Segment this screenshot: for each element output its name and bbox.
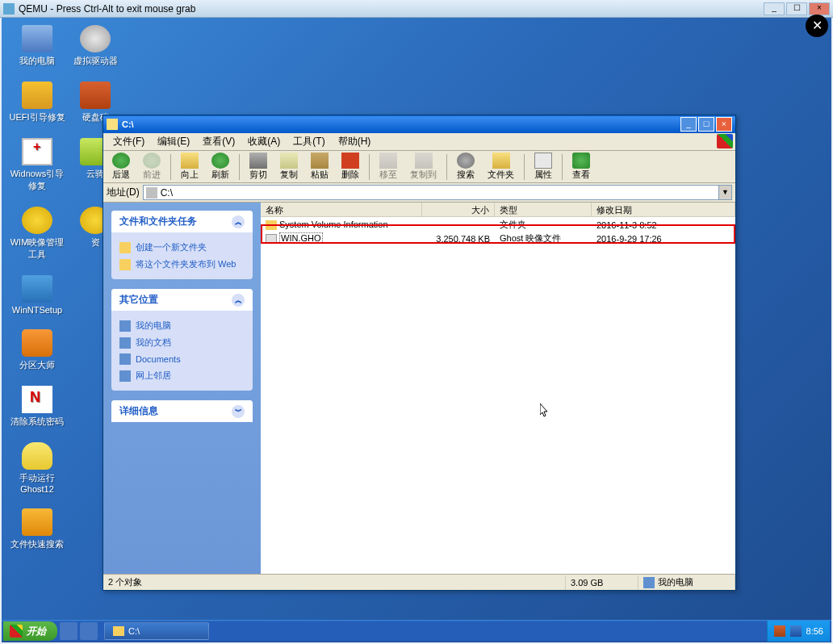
nt-icon: [22, 386, 52, 413]
qemu-titlebar[interactable]: QEMU - Press Ctrl-Alt to exit mouse grab…: [0, 0, 833, 18]
overlay-close-button[interactable]: ✕: [806, 15, 828, 37]
column-headers: 名称 大小 类型 修改日期: [261, 203, 735, 217]
minimize-button[interactable]: _: [680, 117, 697, 132]
desktop-icon[interactable]: 手动运行Ghost12: [8, 442, 66, 494]
quicklaunch-item[interactable]: [80, 622, 98, 640]
explorer-sidebar: 文件和文件夹任务 ︽ 创建一个新文件夹将这个文件夹发布到 Web 其它位置 ︽ …: [103, 203, 261, 574]
qemu-title: QEMU - Press Ctrl-Alt to exit mouse grab: [19, 3, 195, 15]
details-panel-header[interactable]: 详细信息 ︾: [111, 400, 253, 422]
menu-item[interactable]: 帮助(H): [332, 133, 378, 150]
menu-item[interactable]: 收藏(A): [241, 133, 287, 150]
cut-icon: [249, 153, 267, 169]
taskbar-item[interactable]: C:\: [104, 622, 209, 640]
close-button[interactable]: ×: [809, 2, 830, 15]
desktop-icon[interactable]: 分区大师: [8, 329, 66, 371]
desktop-icon[interactable]: Widnows引导修复: [8, 138, 66, 192]
close-button[interactable]: ×: [716, 117, 732, 132]
chevron-down-icon[interactable]: ︾: [232, 405, 245, 418]
tray-icon[interactable]: [790, 625, 802, 637]
clock[interactable]: 8:56: [806, 626, 823, 636]
move-icon: [379, 153, 397, 169]
toolbar-refresh-button[interactable]: 刷新: [206, 151, 235, 182]
task-icon: [119, 242, 131, 253]
back-icon: [112, 153, 130, 169]
toolbar-move-button: 移至: [374, 151, 403, 182]
folder-icon: [266, 220, 277, 230]
sidebar-place-item[interactable]: Documents: [119, 351, 245, 367]
menu-item[interactable]: 编辑(E): [151, 133, 196, 150]
sidebar-task-item[interactable]: 将这个文件夹发布到 Web: [119, 256, 245, 273]
windows-icon: [10, 625, 23, 638]
del-icon: [341, 153, 359, 169]
desktop-icon[interactable]: 我的电脑: [8, 25, 66, 67]
maximize-button[interactable]: ☐: [786, 2, 807, 15]
desktop-icon[interactable]: 文件快速搜索: [8, 508, 66, 550]
address-dropdown[interactable]: ▼: [719, 185, 732, 200]
tasks-panel-header[interactable]: 文件和文件夹任务 ︽: [111, 211, 253, 232]
desktop-icon[interactable]: UEFI引导修复: [8, 82, 66, 123]
start-button[interactable]: 开始: [3, 621, 57, 641]
explorer-titlebar[interactable]: C:\ _ □ ×: [103, 115, 735, 133]
menu-item[interactable]: 文件(F): [107, 133, 151, 150]
desktop-icon[interactable]: WIM映像管理工具: [8, 207, 66, 261]
maximize-button[interactable]: □: [698, 117, 714, 132]
paste-icon: [311, 153, 329, 169]
toolbar-del-button[interactable]: 删除: [336, 151, 365, 182]
sidebar-place-item[interactable]: 网上邻居: [119, 367, 245, 384]
menu-item[interactable]: 工具(T): [287, 133, 331, 150]
address-input[interactable]: C:\: [143, 185, 719, 200]
system-tray[interactable]: 8:56: [767, 621, 830, 642]
file-row[interactable]: System Volume Information文件夹2016-11-3 8:…: [261, 218, 735, 232]
places-panel-header[interactable]: 其它位置 ︽: [111, 289, 253, 311]
col-name[interactable]: 名称: [261, 203, 422, 216]
task-icon: [119, 259, 131, 270]
details-panel: 详细信息 ︾: [111, 400, 253, 422]
explorer-body: 文件和文件夹任务 ︽ 创建一个新文件夹将这个文件夹发布到 Web 其它位置 ︽ …: [103, 203, 735, 574]
explorer-toolbar: 后退前进向上刷新剪切复制粘贴删除移至复制到搜索文件夹属性查看: [103, 151, 735, 183]
quicklaunch-item[interactable]: [60, 622, 77, 640]
tray-icon[interactable]: [774, 625, 785, 637]
disk-icon: [80, 82, 111, 109]
desktop-icon[interactable]: WinNTSetup: [8, 275, 66, 315]
toolbar-up-button[interactable]: 向上: [175, 151, 204, 182]
address-label: 地址(D): [107, 186, 140, 199]
toolbar-prop-button[interactable]: 属性: [529, 151, 558, 182]
toolbar-back-button[interactable]: 后退: [107, 151, 136, 182]
col-size[interactable]: 大小: [422, 203, 495, 216]
place-icon: [119, 337, 131, 349]
gho-icon: [266, 234, 277, 244]
address-value: C:\: [161, 187, 173, 199]
status-size: 3.09 GB: [566, 575, 638, 590]
toolbar-view-button[interactable]: 查看: [567, 151, 596, 182]
col-date[interactable]: 修改日期: [592, 203, 735, 216]
menu-item[interactable]: 查看(V): [196, 133, 241, 150]
desktop[interactable]: 我的电脑虚拟驱动器UEFI引导修复硬盘碎Widnows引导修复云骑WIM映像管理…: [2, 18, 831, 642]
minimize-button[interactable]: _: [764, 2, 785, 15]
sidebar-task-item[interactable]: 创建一个新文件夹: [119, 239, 245, 256]
toolbar-paste-button[interactable]: 粘贴: [305, 151, 334, 182]
folder-icon: [107, 119, 118, 130]
file-list: 名称 大小 类型 修改日期 System Volume Information文…: [261, 203, 735, 574]
file-row[interactable]: WIN.GHO3,250,748 KBGhost 映像文件2016-9-29 1…: [261, 232, 735, 245]
chevron-up-icon[interactable]: ︽: [232, 215, 245, 228]
folder-icon: [113, 626, 124, 636]
file-rows[interactable]: System Volume Information文件夹2016-11-3 8:…: [261, 217, 735, 574]
status-objects: 2 个对象: [103, 575, 566, 590]
explorer-menubar: 文件(F)编辑(E)查看(V)收藏(A)工具(T)帮助(H): [103, 133, 735, 151]
sidebar-place-item[interactable]: 我的文档: [119, 334, 245, 351]
toolbar-cut-button[interactable]: 剪切: [244, 151, 273, 182]
place-icon: [119, 353, 131, 365]
chevron-up-icon[interactable]: ︽: [232, 294, 245, 307]
sidebar-place-item[interactable]: 我的电脑: [119, 317, 245, 334]
toolbar-fwd-button: 前进: [137, 151, 166, 182]
desktop-icon[interactable]: 清除系统密码: [8, 386, 66, 428]
col-type[interactable]: 类型: [495, 203, 592, 216]
wbox-icon: [22, 138, 52, 165]
toolbar-fold-button[interactable]: 文件夹: [482, 151, 520, 182]
explorer-statusbar: 2 个对象 3.09 GB 我的电脑: [103, 574, 735, 590]
explorer-window-controls: _ □ ×: [680, 117, 732, 132]
toolbar-copy-button[interactable]: 复制: [274, 151, 303, 182]
search-icon: [22, 508, 52, 536]
toolbar-srch-button[interactable]: 搜索: [451, 151, 480, 182]
desktop-icon[interactable]: 虚拟驱动器: [66, 25, 124, 67]
